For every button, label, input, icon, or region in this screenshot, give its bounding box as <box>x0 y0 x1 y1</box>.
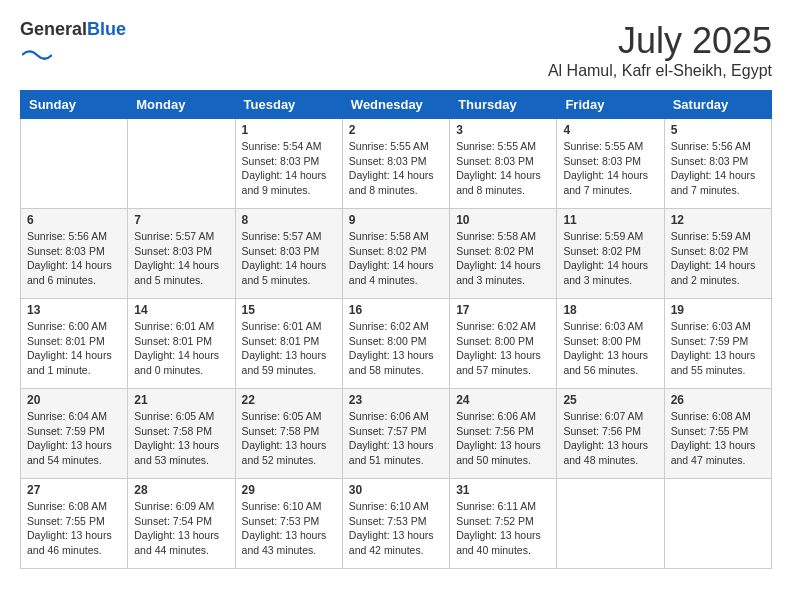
logo: GeneralBlue <box>20 20 126 74</box>
calendar-header: Sunday Monday Tuesday Wednesday Thursday… <box>21 91 772 119</box>
day-number: 18 <box>563 303 657 317</box>
logo-general-text: General <box>20 19 87 39</box>
day-number: 9 <box>349 213 443 227</box>
day-info: Sunrise: 5:59 AM Sunset: 8:02 PM Dayligh… <box>671 229 765 288</box>
day-info: Sunrise: 5:57 AM Sunset: 8:03 PM Dayligh… <box>242 229 336 288</box>
day-number: 12 <box>671 213 765 227</box>
calendar-cell <box>664 479 771 569</box>
day-number: 3 <box>456 123 550 137</box>
calendar-cell: 31 Sunrise: 6:11 AM Sunset: 7:52 PM Dayl… <box>450 479 557 569</box>
calendar-cell: 15 Sunrise: 6:01 AM Sunset: 8:01 PM Dayl… <box>235 299 342 389</box>
calendar-cell: 5 Sunrise: 5:56 AM Sunset: 8:03 PM Dayli… <box>664 119 771 209</box>
day-number: 17 <box>456 303 550 317</box>
calendar-cell: 30 Sunrise: 6:10 AM Sunset: 7:53 PM Dayl… <box>342 479 449 569</box>
calendar-cell: 14 Sunrise: 6:01 AM Sunset: 8:01 PM Dayl… <box>128 299 235 389</box>
calendar-cell: 8 Sunrise: 5:57 AM Sunset: 8:03 PM Dayli… <box>235 209 342 299</box>
day-info: Sunrise: 5:56 AM Sunset: 8:03 PM Dayligh… <box>27 229 121 288</box>
day-number: 28 <box>134 483 228 497</box>
calendar-body: 1 Sunrise: 5:54 AM Sunset: 8:03 PM Dayli… <box>21 119 772 569</box>
day-number: 2 <box>349 123 443 137</box>
day-info: Sunrise: 6:02 AM Sunset: 8:00 PM Dayligh… <box>349 319 443 378</box>
calendar-table: Sunday Monday Tuesday Wednesday Thursday… <box>20 90 772 569</box>
day-info: Sunrise: 6:08 AM Sunset: 7:55 PM Dayligh… <box>671 409 765 468</box>
calendar-cell: 2 Sunrise: 5:55 AM Sunset: 8:03 PM Dayli… <box>342 119 449 209</box>
day-number: 6 <box>27 213 121 227</box>
day-info: Sunrise: 5:54 AM Sunset: 8:03 PM Dayligh… <box>242 139 336 198</box>
day-info: Sunrise: 6:08 AM Sunset: 7:55 PM Dayligh… <box>27 499 121 558</box>
title-block: July 2025 Al Hamul, Kafr el-Sheikh, Egyp… <box>548 20 772 80</box>
logo-blue-text: Blue <box>87 19 126 39</box>
calendar-cell: 24 Sunrise: 6:06 AM Sunset: 7:56 PM Dayl… <box>450 389 557 479</box>
calendar-cell: 1 Sunrise: 5:54 AM Sunset: 8:03 PM Dayli… <box>235 119 342 209</box>
day-info: Sunrise: 6:00 AM Sunset: 8:01 PM Dayligh… <box>27 319 121 378</box>
day-info: Sunrise: 6:06 AM Sunset: 7:57 PM Dayligh… <box>349 409 443 468</box>
calendar-cell: 9 Sunrise: 5:58 AM Sunset: 8:02 PM Dayli… <box>342 209 449 299</box>
calendar-cell: 17 Sunrise: 6:02 AM Sunset: 8:00 PM Dayl… <box>450 299 557 389</box>
page-header: GeneralBlue July 2025 Al Hamul, Kafr el-… <box>20 20 772 80</box>
day-info: Sunrise: 5:55 AM Sunset: 8:03 PM Dayligh… <box>456 139 550 198</box>
calendar-cell <box>557 479 664 569</box>
calendar-cell: 27 Sunrise: 6:08 AM Sunset: 7:55 PM Dayl… <box>21 479 128 569</box>
day-info: Sunrise: 6:10 AM Sunset: 7:53 PM Dayligh… <box>349 499 443 558</box>
calendar-cell <box>21 119 128 209</box>
day-number: 31 <box>456 483 550 497</box>
location-title: Al Hamul, Kafr el-Sheikh, Egypt <box>548 62 772 80</box>
day-number: 16 <box>349 303 443 317</box>
day-number: 1 <box>242 123 336 137</box>
day-info: Sunrise: 6:05 AM Sunset: 7:58 PM Dayligh… <box>242 409 336 468</box>
day-info: Sunrise: 5:55 AM Sunset: 8:03 PM Dayligh… <box>349 139 443 198</box>
day-info: Sunrise: 6:07 AM Sunset: 7:56 PM Dayligh… <box>563 409 657 468</box>
day-info: Sunrise: 6:03 AM Sunset: 7:59 PM Dayligh… <box>671 319 765 378</box>
col-saturday: Saturday <box>664 91 771 119</box>
day-number: 29 <box>242 483 336 497</box>
day-info: Sunrise: 5:56 AM Sunset: 8:03 PM Dayligh… <box>671 139 765 198</box>
col-thursday: Thursday <box>450 91 557 119</box>
day-number: 25 <box>563 393 657 407</box>
day-number: 24 <box>456 393 550 407</box>
day-number: 11 <box>563 213 657 227</box>
col-wednesday: Wednesday <box>342 91 449 119</box>
calendar-cell: 20 Sunrise: 6:04 AM Sunset: 7:59 PM Dayl… <box>21 389 128 479</box>
day-info: Sunrise: 6:10 AM Sunset: 7:53 PM Dayligh… <box>242 499 336 558</box>
day-number: 26 <box>671 393 765 407</box>
col-sunday: Sunday <box>21 91 128 119</box>
day-info: Sunrise: 6:05 AM Sunset: 7:58 PM Dayligh… <box>134 409 228 468</box>
col-monday: Monday <box>128 91 235 119</box>
day-info: Sunrise: 5:58 AM Sunset: 8:02 PM Dayligh… <box>349 229 443 288</box>
day-number: 8 <box>242 213 336 227</box>
calendar-cell: 3 Sunrise: 5:55 AM Sunset: 8:03 PM Dayli… <box>450 119 557 209</box>
calendar-cell: 10 Sunrise: 5:58 AM Sunset: 8:02 PM Dayl… <box>450 209 557 299</box>
day-number: 5 <box>671 123 765 137</box>
calendar-cell: 26 Sunrise: 6:08 AM Sunset: 7:55 PM Dayl… <box>664 389 771 479</box>
col-friday: Friday <box>557 91 664 119</box>
day-number: 19 <box>671 303 765 317</box>
day-number: 21 <box>134 393 228 407</box>
calendar-cell: 18 Sunrise: 6:03 AM Sunset: 8:00 PM Dayl… <box>557 299 664 389</box>
calendar-cell: 29 Sunrise: 6:10 AM Sunset: 7:53 PM Dayl… <box>235 479 342 569</box>
day-info: Sunrise: 6:06 AM Sunset: 7:56 PM Dayligh… <box>456 409 550 468</box>
day-number: 30 <box>349 483 443 497</box>
day-info: Sunrise: 6:01 AM Sunset: 8:01 PM Dayligh… <box>242 319 336 378</box>
calendar-cell: 25 Sunrise: 6:07 AM Sunset: 7:56 PM Dayl… <box>557 389 664 479</box>
day-info: Sunrise: 6:01 AM Sunset: 8:01 PM Dayligh… <box>134 319 228 378</box>
day-info: Sunrise: 6:11 AM Sunset: 7:52 PM Dayligh… <box>456 499 550 558</box>
day-number: 20 <box>27 393 121 407</box>
calendar-cell: 16 Sunrise: 6:02 AM Sunset: 8:00 PM Dayl… <box>342 299 449 389</box>
day-info: Sunrise: 5:59 AM Sunset: 8:02 PM Dayligh… <box>563 229 657 288</box>
day-number: 27 <box>27 483 121 497</box>
day-info: Sunrise: 5:57 AM Sunset: 8:03 PM Dayligh… <box>134 229 228 288</box>
calendar-cell: 13 Sunrise: 6:00 AM Sunset: 8:01 PM Dayl… <box>21 299 128 389</box>
calendar-cell <box>128 119 235 209</box>
day-number: 10 <box>456 213 550 227</box>
day-number: 23 <box>349 393 443 407</box>
calendar-cell: 28 Sunrise: 6:09 AM Sunset: 7:54 PM Dayl… <box>128 479 235 569</box>
logo-icon <box>22 40 52 70</box>
calendar-cell: 11 Sunrise: 5:59 AM Sunset: 8:02 PM Dayl… <box>557 209 664 299</box>
day-number: 15 <box>242 303 336 317</box>
day-info: Sunrise: 5:58 AM Sunset: 8:02 PM Dayligh… <box>456 229 550 288</box>
day-info: Sunrise: 6:02 AM Sunset: 8:00 PM Dayligh… <box>456 319 550 378</box>
calendar-cell: 23 Sunrise: 6:06 AM Sunset: 7:57 PM Dayl… <box>342 389 449 479</box>
calendar-cell: 7 Sunrise: 5:57 AM Sunset: 8:03 PM Dayli… <box>128 209 235 299</box>
calendar-cell: 4 Sunrise: 5:55 AM Sunset: 8:03 PM Dayli… <box>557 119 664 209</box>
day-number: 4 <box>563 123 657 137</box>
